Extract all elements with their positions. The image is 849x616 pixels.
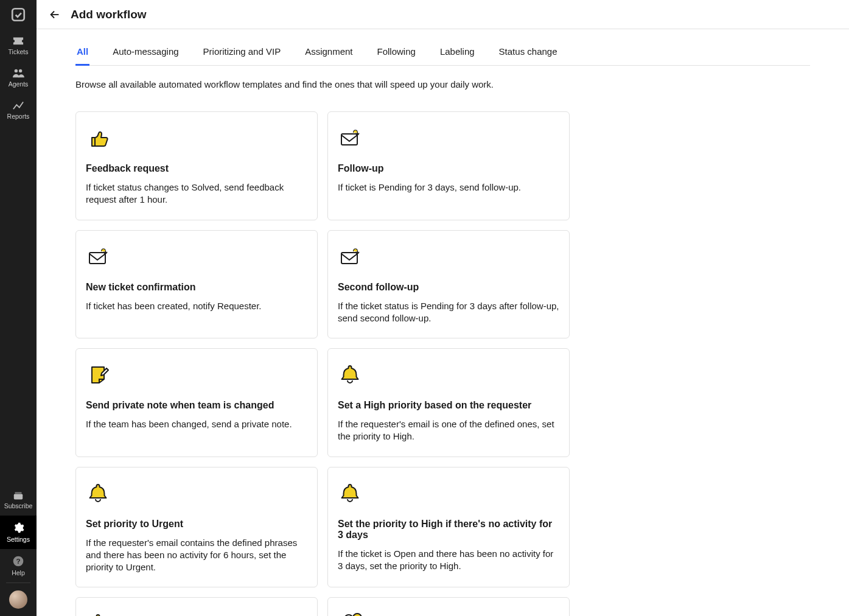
bell-icon — [86, 610, 307, 616]
subscribe-icon — [12, 491, 24, 500]
tab-status-change[interactable]: Status change — [498, 38, 559, 65]
card-desc: If the requester's email is one of the d… — [338, 418, 559, 443]
bell-icon — [86, 480, 307, 506]
tabs: All Auto-messaging Prioritizing and VIP … — [75, 38, 810, 66]
logo-icon — [0, 0, 37, 29]
card-desc: If the ticket status is Pending for 3 da… — [338, 300, 559, 325]
card-desc: If the requester's email contains the de… — [86, 537, 307, 574]
sidebar-item-subscribe[interactable]: Subscribe — [0, 485, 37, 516]
tab-assignment[interactable]: Assignment — [304, 38, 354, 65]
sidebar-item-reports[interactable]: Reports — [0, 94, 37, 126]
sidebar-item-settings[interactable]: Settings — [0, 516, 37, 549]
svg-rect-7 — [341, 134, 357, 145]
card-set-high-no-activity[interactable]: Set the priority to High if there's no a… — [327, 467, 570, 588]
mail-reply-icon — [86, 243, 307, 270]
card-private-support-assignment[interactable]: Private support - set ticket assignment … — [327, 597, 570, 616]
mail-reply-icon — [338, 124, 559, 151]
card-title: Feedback request — [86, 163, 307, 174]
card-title: Set priority to Urgent — [86, 519, 307, 530]
bell-icon — [338, 361, 559, 388]
card-desc: If the ticket is Open and there has been… — [338, 548, 559, 573]
thumbs-up-icon — [86, 124, 307, 151]
avatar[interactable] — [9, 590, 27, 609]
tickets-icon — [12, 35, 25, 46]
card-set-high-priority-requester[interactable]: Set a High priority based on the request… — [327, 348, 570, 457]
gear-icon — [12, 522, 24, 534]
card-set-priority-urgent[interactable]: Set priority to Urgent If the requester'… — [75, 467, 318, 588]
svg-rect-0 — [12, 9, 24, 21]
sidebar-item-label: Subscribe — [4, 502, 33, 509]
card-title: Send private note when team is changed — [86, 400, 307, 411]
tab-auto-messaging[interactable]: Auto-messaging — [111, 38, 180, 65]
header: Add workflow — [37, 0, 849, 29]
content: All Auto-messaging Prioritizing and VIP … — [37, 29, 849, 616]
card-title: New ticket confirmation — [86, 282, 307, 293]
svg-rect-3 — [14, 494, 23, 500]
card-second-follow-up[interactable]: Second follow-up If the ticket status is… — [327, 230, 570, 339]
card-feedback-request[interactable]: Feedback request If ticket status change… — [75, 111, 318, 220]
back-button[interactable] — [46, 6, 63, 23]
sidebar-item-label: Settings — [7, 536, 30, 543]
card-desc: If the team has been changed, send a pri… — [86, 418, 307, 430]
sidebar-item-label: Reports — [7, 113, 30, 120]
svg-point-1 — [15, 69, 18, 72]
tab-prioritizing-vip[interactable]: Prioritizing and VIP — [202, 38, 282, 65]
workflow-grid: Feedback request If ticket status change… — [75, 111, 810, 616]
card-title: Set a High priority based on the request… — [338, 400, 559, 411]
sidebar-item-label: Help — [12, 569, 25, 576]
card-desc: If ticket status changes to Solved, send… — [86, 181, 307, 206]
tab-following[interactable]: Following — [376, 38, 417, 65]
card-desc: If ticket has been created, notify Reque… — [86, 300, 307, 312]
arrow-left-icon — [48, 8, 61, 21]
svg-text:?: ? — [16, 557, 20, 565]
person-check-icon — [338, 610, 559, 616]
mail-reply-icon — [338, 243, 559, 270]
bell-icon — [338, 480, 559, 506]
card-title: Set the priority to High if there's no a… — [338, 519, 559, 541]
card-send-private-note[interactable]: Send private note when team is changed I… — [75, 348, 318, 457]
card-desc: If ticket is Pending for 3 days, send fo… — [338, 181, 559, 194]
svg-point-11 — [353, 614, 362, 616]
card-new-ticket-confirmation[interactable]: New ticket confirmation If ticket has be… — [75, 230, 318, 339]
svg-rect-9 — [341, 253, 357, 264]
card-title: Follow-up — [338, 163, 559, 174]
sidebar-item-agents[interactable]: Agents — [0, 61, 37, 94]
note-icon — [86, 361, 307, 388]
tab-all[interactable]: All — [75, 38, 89, 65]
card-title: Second follow-up — [338, 282, 559, 293]
intro-text: Browse all available automated workflow … — [75, 79, 810, 89]
sidebar: Tickets Agents Reports Subscribe Setting… — [0, 0, 37, 616]
card-follow-up[interactable]: Follow-up If ticket is Pending for 3 day… — [327, 111, 570, 220]
svg-point-2 — [19, 69, 22, 72]
sidebar-item-tickets[interactable]: Tickets — [0, 29, 37, 61]
card-ticket-escalation[interactable]: Ticket escalation — [75, 597, 318, 616]
tab-labeling[interactable]: Labeling — [439, 38, 476, 65]
divider — [6, 583, 30, 583]
page-title: Add workflow — [71, 8, 147, 21]
svg-rect-8 — [89, 253, 105, 264]
sidebar-item-help[interactable]: ? Help — [0, 549, 37, 583]
agents-icon — [12, 68, 25, 79]
reports-icon — [12, 100, 25, 111]
svg-rect-4 — [15, 492, 21, 493]
main: Add workflow All Auto-messaging Prioriti… — [37, 0, 849, 616]
sidebar-item-label: Agents — [9, 80, 29, 88]
help-icon: ? — [12, 555, 24, 567]
sidebar-item-label: Tickets — [9, 48, 29, 55]
